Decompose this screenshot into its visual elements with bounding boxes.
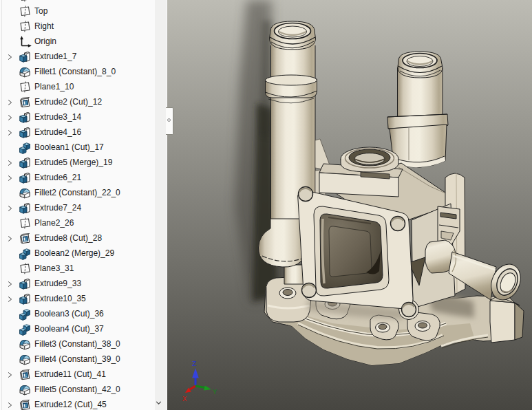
- svg-text:Y: Y: [213, 388, 217, 396]
- svg-text:Z: Z: [192, 360, 196, 368]
- svg-text:X: X: [182, 395, 187, 403]
